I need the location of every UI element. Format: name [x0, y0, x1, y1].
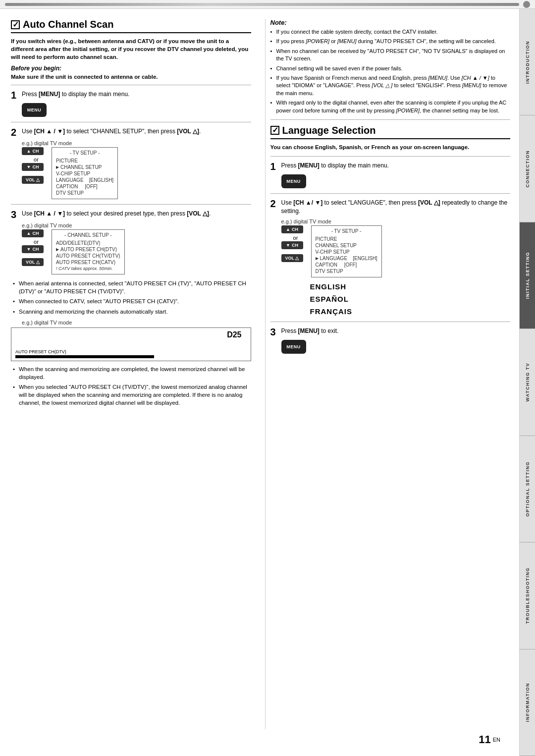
sidebar-initial-setting: INITIAL SETTING — [520, 222, 535, 329]
sidebar-label-watching-tv: WATCHING TV — [525, 363, 530, 402]
before-begin-text: Make sure if the unit is connected to an… — [11, 74, 251, 80]
vol-btn-3[interactable]: VOL △ — [22, 258, 44, 266]
lang-checkmark-icon — [270, 126, 279, 135]
channel-setup-box: - CHANNEL SETUP - ADD/DELETE(DTV) AUTO P… — [52, 229, 125, 274]
bullet-list-2: When the scanning and memorizing are com… — [13, 365, 251, 407]
main-content: Auto Channel Scan If you switch wires (e… — [0, 9, 519, 756]
checkmark-icon — [11, 20, 20, 29]
eg-label-d25: e.g.) digital TV mode — [22, 320, 251, 325]
espanol-button[interactable]: ESPAÑOL — [310, 294, 349, 304]
sidebar-introduction: INTRODUCTION — [520, 9, 535, 115]
ch-down-btn-3[interactable]: ▼CH — [22, 245, 44, 253]
vol-btn-lang[interactable]: VOL △ — [281, 254, 303, 262]
english-button[interactable]: ENGLISH — [310, 281, 347, 292]
sidebar-label-initial-setting: INITIAL SETTING — [525, 252, 530, 299]
step-2: 2 Use [CH ▲ / ▼] to select "CHANNEL SETU… — [11, 127, 251, 199]
lang-step-3: 3 Press [MENU] to exit. MENU — [270, 327, 511, 354]
language-buttons: ENGLISH ESPAÑOL FRANÇAIS — [310, 281, 511, 317]
bullet-list-1: When aerial antenna is connected, select… — [13, 279, 251, 315]
ch-vol-buttons-2: ▲CH or ▼CH VOL △ — [22, 147, 44, 185]
right-column: Note: If you connect the cable system di… — [265, 19, 511, 729]
auto-preset-label: AUTO PRESET CH(DTV) — [15, 349, 247, 354]
note-list: If you connect the cable system directly… — [270, 28, 511, 114]
sidebar-information: INFORMATION — [520, 649, 535, 756]
sidebar-label-connection: CONNECTION — [525, 150, 530, 188]
lang-menu-button-3[interactable]: MENU — [281, 340, 306, 354]
d25-box: D25 AUTO PRESET CH(DTV) — [11, 327, 251, 361]
eg-label-lang2: e.g.) digital TV mode — [281, 218, 511, 224]
page-number: 11 — [479, 733, 490, 746]
right-sidebar: INTRODUCTION CONNECTION INITIAL SETTING … — [519, 9, 535, 756]
sidebar-label-information: INFORMATION — [525, 683, 530, 722]
lang-intro: You can choose English, Spanish, or Fren… — [270, 143, 511, 151]
left-column: Auto Channel Scan If you switch wires (e… — [11, 19, 256, 729]
language-selection-title: Language Selection — [270, 125, 511, 139]
auto-channel-scan-title: Auto Channel Scan — [11, 19, 251, 33]
sidebar-troubleshooting: TROUBLESHOOTING — [520, 542, 535, 649]
lang-menu-button-1[interactable]: MENU — [281, 174, 306, 188]
step-1: 1 Press [MENU] to display the main menu.… — [11, 90, 251, 117]
sidebar-label-troubleshooting: TROUBLESHOOTING — [525, 567, 530, 624]
lang-step-1: 1 Press [MENU] to display the main menu.… — [270, 162, 511, 188]
progress-bar — [15, 355, 154, 358]
note-title: Note: — [270, 19, 511, 26]
before-begin-label: Before you begin: — [11, 65, 251, 72]
sidebar-label-introduction: INTRODUCTION — [525, 41, 530, 84]
step-3: 3 Use [CH ▲ / ▼] to select your desired … — [11, 210, 251, 274]
sidebar-watching-tv: WATCHING TV — [520, 329, 535, 435]
lang-setup-box: - TV SETUP - PICTURE CHANNEL SETUP V-CHI… — [311, 225, 382, 277]
vol-btn-2[interactable]: VOL △ — [22, 176, 44, 184]
d25-number: D25 — [15, 330, 247, 339]
sidebar-label-optional-setting: OPTIONAL SETTING — [525, 461, 530, 517]
ch-vol-buttons-3: ▲CH or ▼CH VOL △ — [22, 229, 44, 267]
sidebar-connection: CONNECTION — [520, 115, 535, 222]
page-en: EN — [493, 737, 500, 743]
ch-up-btn-2[interactable]: ▲CH — [22, 147, 44, 155]
tv-setup-box-2: - TV SETUP - PICTURE CHANNEL SETUP V-CHI… — [52, 147, 118, 199]
eg-label-2: e.g.) digital TV mode — [22, 140, 251, 146]
lang-step-2: 2 Use [CH ▲/ ▼] to select "LANGUAGE", th… — [270, 199, 511, 317]
ch-vol-buttons-lang: ▲CH or ▼CH VOL △ — [281, 225, 303, 263]
eg-label-3: e.g.) digital TV mode — [22, 222, 251, 228]
francais-button[interactable]: FRANÇAIS — [310, 306, 353, 317]
ch-down-lang[interactable]: ▼CH — [281, 241, 303, 249]
sidebar-optional-setting: OPTIONAL SETTING — [520, 436, 535, 542]
note-section: Note: If you connect the cable system di… — [270, 19, 511, 114]
ch-up-lang[interactable]: ▲CH — [281, 225, 303, 233]
ch-down-btn-2[interactable]: ▼CH — [22, 163, 44, 171]
ch-up-btn-3[interactable]: ▲CH — [22, 229, 44, 237]
menu-button-1[interactable]: MENU — [22, 103, 47, 117]
auto-channel-intro: If you switch wires (e.g., between anten… — [11, 37, 251, 61]
